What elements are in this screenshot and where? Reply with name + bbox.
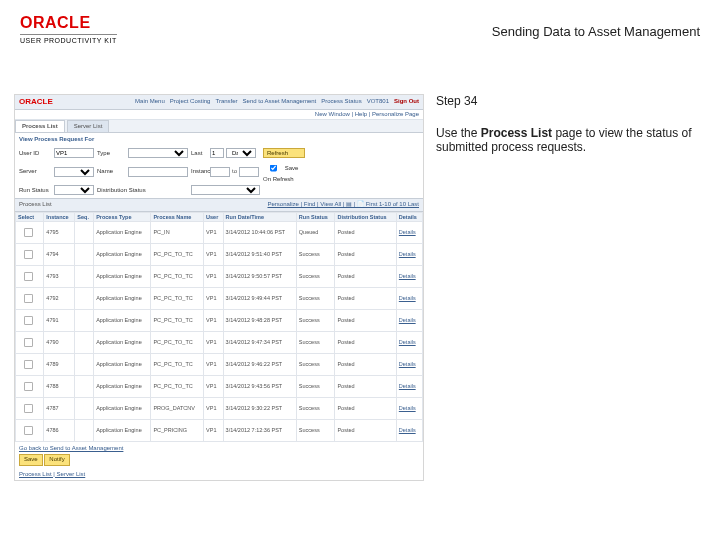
refresh-button[interactable]: Refresh: [263, 148, 305, 158]
col-header[interactable]: Distribution Status: [335, 212, 396, 222]
cell[interactable]: [16, 354, 44, 376]
cell[interactable]: Details: [396, 354, 422, 376]
table-row: 4792Application EnginePC_PC_TO_TCVP13/14…: [16, 288, 423, 310]
cell: PROG_DATCNV: [151, 398, 204, 420]
cell: VP1: [204, 354, 224, 376]
list-meta[interactable]: Personalize | Find | View All | ▤ | 📄 Fi…: [267, 201, 419, 208]
cell[interactable]: [16, 244, 44, 266]
user-id-input[interactable]: [54, 148, 94, 158]
cell: Posted: [335, 244, 396, 266]
cell[interactable]: Details: [396, 288, 422, 310]
cell: Posted: [335, 288, 396, 310]
type-label: Type: [97, 150, 125, 157]
cell: VP1: [204, 310, 224, 332]
upk-label: USER PRODUCTIVITY KIT: [20, 34, 117, 44]
bottom-tabs[interactable]: Process List | Server List: [15, 469, 423, 480]
col-header[interactable]: Process Type: [94, 212, 151, 222]
cell[interactable]: [16, 310, 44, 332]
table-row: 4787Application EnginePROG_DATCNVVP13/14…: [16, 398, 423, 420]
cell: PC_PC_TO_TC: [151, 376, 204, 398]
cell: Posted: [335, 310, 396, 332]
last-n-input[interactable]: [210, 148, 224, 158]
save-refresh-check[interactable]: Save On Refresh: [263, 160, 305, 183]
cell: 4788: [44, 376, 75, 398]
cell[interactable]: [16, 398, 44, 420]
instance-to[interactable]: [239, 167, 259, 177]
cell: Application Engine: [94, 398, 151, 420]
cell[interactable]: [16, 376, 44, 398]
type-select[interactable]: [128, 148, 188, 158]
nav-costing[interactable]: Project Costing: [170, 98, 211, 105]
last-label: Last: [191, 150, 207, 157]
cell[interactable]: Details: [396, 420, 422, 442]
table-row: 4790Application EnginePC_PC_TO_TCVP13/14…: [16, 332, 423, 354]
cell[interactable]: Details: [396, 310, 422, 332]
col-header[interactable]: Run Status: [296, 212, 335, 222]
go-back-link[interactable]: Go back to Send to Asset Management: [19, 445, 419, 452]
cell: PC_PC_TO_TC: [151, 244, 204, 266]
cell: [75, 398, 94, 420]
oracle-logo: ORACLE: [20, 14, 117, 32]
server-select[interactable]: [54, 167, 94, 177]
cell: 4791: [44, 310, 75, 332]
shot-nav: Main Menu Project Costing Transfer Send …: [135, 98, 419, 105]
cell: 3/14/2012 9:51:40 PST: [223, 244, 296, 266]
cell[interactable]: [16, 266, 44, 288]
last-unit-select[interactable]: Days: [226, 148, 256, 158]
nav-main[interactable]: Main Menu: [135, 98, 165, 105]
cell: Posted: [335, 222, 396, 244]
save-button[interactable]: Save: [19, 454, 43, 465]
cell: VP1: [204, 420, 224, 442]
nav-transfer[interactable]: Transfer: [215, 98, 237, 105]
col-header[interactable]: Process Name: [151, 212, 204, 222]
cell: Success: [296, 266, 335, 288]
cell: [75, 310, 94, 332]
cell: [75, 244, 94, 266]
nav-send-asset[interactable]: Send to Asset Management: [243, 98, 317, 105]
cell[interactable]: [16, 332, 44, 354]
process-list-screenshot: ORACLE Main Menu Project Costing Transfe…: [14, 94, 424, 481]
table-row: 4795Application EnginePC_INVP13/14/2012 …: [16, 222, 423, 244]
cell: VP1: [204, 222, 224, 244]
table-row: 4793Application EnginePC_PC_TO_TCVP13/14…: [16, 266, 423, 288]
col-header[interactable]: Seq.: [75, 212, 94, 222]
dist-status-select[interactable]: [191, 185, 260, 195]
cell[interactable]: Details: [396, 376, 422, 398]
nav-process-status[interactable]: Process Status: [321, 98, 361, 105]
name-input[interactable]: [128, 167, 188, 177]
col-header[interactable]: User: [204, 212, 224, 222]
col-header[interactable]: Instance: [44, 212, 75, 222]
cell: Posted: [335, 354, 396, 376]
instance-label: Instance: [191, 168, 207, 175]
cell[interactable]: Details: [396, 244, 422, 266]
oracle-upk-logo: ORACLE USER PRODUCTIVITY KIT: [20, 14, 117, 44]
cell: VP1: [204, 288, 224, 310]
run-status-select[interactable]: [54, 185, 94, 195]
cell: [75, 354, 94, 376]
cell[interactable]: Details: [396, 332, 422, 354]
cell: Success: [296, 420, 335, 442]
tab-process-list[interactable]: Process List: [15, 120, 65, 132]
nav-signout[interactable]: Sign Out: [394, 98, 419, 105]
tab-server-list[interactable]: Server List: [67, 120, 110, 132]
cell: 3/14/2012 9:49:44 PST: [223, 288, 296, 310]
cell: VP1: [204, 376, 224, 398]
cell[interactable]: Details: [396, 266, 422, 288]
instance-from[interactable]: [210, 167, 230, 177]
cell[interactable]: [16, 420, 44, 442]
col-header[interactable]: Details: [396, 212, 422, 222]
cell[interactable]: [16, 222, 44, 244]
cell: [75, 376, 94, 398]
cell[interactable]: Details: [396, 398, 422, 420]
process-grid: SelectInstanceSeq.Process TypeProcess Na…: [15, 212, 423, 443]
notify-button[interactable]: Notify: [44, 454, 69, 465]
cell[interactable]: [16, 288, 44, 310]
shot-sublinks[interactable]: New Window | Help | Personalize Page: [15, 110, 423, 120]
cell[interactable]: Details: [396, 222, 422, 244]
cell: PC_PC_TO_TC: [151, 332, 204, 354]
cell: Application Engine: [94, 354, 151, 376]
col-header[interactable]: Run Date/Time: [223, 212, 296, 222]
cell: VP1: [204, 332, 224, 354]
col-header[interactable]: Select: [16, 212, 44, 222]
cell: [75, 288, 94, 310]
